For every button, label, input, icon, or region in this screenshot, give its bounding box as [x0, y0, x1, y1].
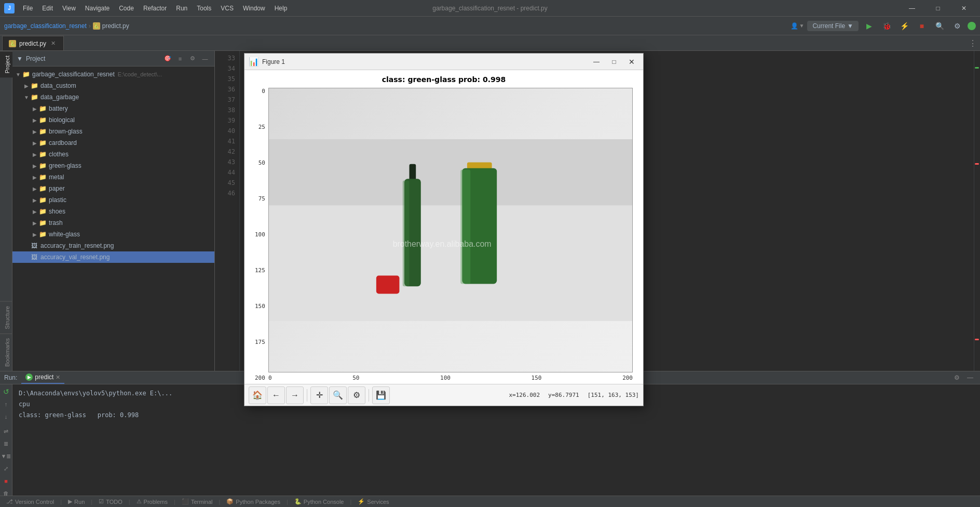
- settings-button[interactable]: ⚙: [950, 19, 964, 33]
- status-run[interactable]: ▶ Run: [66, 498, 87, 505]
- menu-code[interactable]: Code: [115, 3, 138, 14]
- tree-green-glass[interactable]: ▶ 📁 green-glass: [12, 160, 214, 171]
- figure-minimize-btn[interactable]: —: [589, 56, 604, 68]
- x-label-50: 50: [352, 375, 359, 381]
- vtab-project[interactable]: Project: [0, 51, 12, 77]
- figure-maximize-btn[interactable]: □: [607, 56, 621, 68]
- debug-button[interactable]: 🐞: [879, 19, 894, 33]
- menu-window[interactable]: Window: [239, 3, 269, 14]
- y-label-100: 100: [255, 231, 265, 238]
- tree-biological[interactable]: ▶ 📁 biological: [12, 114, 214, 126]
- tree-plastic[interactable]: ▶ 📁 plastic: [12, 194, 214, 206]
- metal-expander: ▶: [31, 175, 38, 180]
- run-open-btn[interactable]: ⤢: [1, 463, 11, 474]
- tree-root[interactable]: ▼ 📁 garbage_classification_resnet E:\cod…: [12, 69, 214, 80]
- tree-paper[interactable]: ▶ 📁 paper: [12, 183, 214, 194]
- tree-white-glass[interactable]: ▶ 📁 white-glass: [12, 229, 214, 240]
- search-button[interactable]: 🔍: [932, 19, 947, 33]
- status-python-packages[interactable]: 📦 Python Packages: [224, 498, 282, 505]
- user-icon[interactable]: 👤 ▼: [791, 22, 805, 30]
- biological-expander: ▶: [31, 117, 38, 123]
- figure-back-btn[interactable]: ←: [267, 386, 285, 404]
- line-42: 42: [215, 146, 235, 157]
- menu-view[interactable]: View: [58, 3, 80, 14]
- project-hide-btn[interactable]: —: [200, 54, 210, 64]
- tree-metal[interactable]: ▶ 📁 metal: [12, 171, 214, 183]
- tree-shoes[interactable]: ▶ 📁 shoes: [12, 206, 214, 217]
- title-bar: J File Edit View Navigate Code Refactor …: [0, 0, 980, 17]
- breadcrumb-project[interactable]: garbage_classification_resnet: [4, 22, 87, 30]
- todo-icon: ☑: [99, 498, 104, 505]
- tree-data-custom[interactable]: ▶ 📁 data_custom: [12, 80, 214, 91]
- line-39: 39: [215, 115, 235, 126]
- project-locate-btn[interactable]: 🎯: [162, 54, 173, 64]
- run-wrap-btn[interactable]: ⇌: [1, 426, 11, 436]
- status-services[interactable]: ⚡ Services: [356, 498, 391, 505]
- tree-cardboard[interactable]: ▶ 📁 cardboard: [12, 137, 214, 149]
- tab-more-button[interactable]: ⋮: [965, 36, 980, 50]
- tab-predict-py[interactable]: 🐍 predict.py ✕: [2, 36, 64, 50]
- figure-close-btn[interactable]: ✕: [624, 56, 639, 68]
- minimize-button[interactable]: —: [900, 0, 924, 17]
- project-settings-btn[interactable]: ⚙: [187, 54, 198, 64]
- menu-refactor[interactable]: Refactor: [139, 3, 171, 14]
- run-green-button[interactable]: ▶: [862, 19, 876, 33]
- project-collapse-btn[interactable]: ≡: [175, 54, 185, 64]
- tab-close-button[interactable]: ✕: [49, 39, 57, 47]
- vtab-structure[interactable]: Structure: [0, 301, 12, 333]
- menu-file[interactable]: File: [19, 3, 37, 14]
- vtab-bookmarks[interactable]: Bookmarks: [0, 333, 12, 371]
- root-path: E:\code_detect\...: [118, 71, 162, 77]
- run-scroll-up[interactable]: ↑: [1, 399, 11, 409]
- status-python-console[interactable]: 🐍 Python Console: [292, 498, 346, 505]
- run-panel-pin[interactable]: —: [964, 372, 976, 383]
- run-restart-btn[interactable]: ↺: [1, 386, 11, 397]
- run-stop-btn[interactable]: ■: [1, 476, 11, 486]
- run-scroll-down[interactable]: ↓: [1, 411, 11, 422]
- project-dropdown-btn[interactable]: Project: [26, 55, 45, 62]
- right-gutter: [974, 51, 980, 371]
- tree-brown-glass[interactable]: ▶ 📁 brown-glass: [12, 126, 214, 137]
- maximize-button[interactable]: □: [926, 0, 950, 17]
- figure-zoom-btn[interactable]: 🔍: [329, 386, 347, 404]
- current-file-dropdown[interactable]: Current File ▼: [807, 21, 859, 31]
- status-problems[interactable]: ⚠ Problems: [134, 498, 170, 505]
- menu-help[interactable]: Help: [270, 3, 292, 14]
- menu-navigate[interactable]: Navigate: [81, 3, 114, 14]
- tree-battery[interactable]: ▶ 📁 battery: [12, 103, 214, 114]
- svg-rect-4: [403, 181, 410, 287]
- menu-run[interactable]: Run: [172, 3, 192, 14]
- tree-clothes[interactable]: ▶ 📁 clothes: [12, 149, 214, 160]
- figure-pan-btn[interactable]: ✛: [310, 386, 328, 404]
- figure-config-btn[interactable]: ⚙: [348, 386, 365, 404]
- figure-forward-btn[interactable]: →: [286, 386, 304, 404]
- root-folder-icon: 📁: [22, 70, 30, 78]
- shoes-expander: ▶: [31, 209, 38, 215]
- figure-titlebar: 📊 Figure 1 — □ ✕: [244, 54, 643, 70]
- run-filter-btn[interactable]: ▼≣: [1, 451, 11, 461]
- run-tab-predict[interactable]: ▶ predict ✕: [21, 371, 64, 384]
- tree-trash[interactable]: ▶ 📁 trash: [12, 217, 214, 229]
- figure-save-btn[interactable]: 💾: [372, 386, 390, 404]
- figure-home-btn[interactable]: 🏠: [249, 386, 266, 404]
- root-expander: ▼: [15, 72, 22, 77]
- run-tab-close[interactable]: ✕: [56, 374, 60, 381]
- tree-accuracy-val[interactable]: ▶ 🖼 accuracy_val_resnet.png: [12, 251, 214, 263]
- svg-rect-1: [269, 205, 632, 321]
- run-with-coverage-button[interactable]: ⚡: [897, 19, 911, 33]
- menu-edit[interactable]: Edit: [38, 3, 57, 14]
- figure-x-axis: 0 50 100 150 200: [268, 372, 633, 381]
- close-button[interactable]: ✕: [952, 0, 976, 17]
- menu-vcs[interactable]: VCS: [216, 3, 238, 14]
- status-todo[interactable]: ☑ TODO: [97, 498, 125, 505]
- tree-accuracy-train[interactable]: ▶ 🖼 accuracy_train_resnet.png: [12, 240, 214, 251]
- run-tree-btn[interactable]: ≣: [1, 438, 11, 449]
- stop-button[interactable]: ■: [915, 19, 929, 33]
- status-version-control[interactable]: ⎇ Version Control: [4, 498, 56, 505]
- line-44: 44: [215, 167, 235, 178]
- status-terminal[interactable]: ⬛ Terminal: [180, 498, 215, 505]
- tree-data-garbage[interactable]: ▼ 📁 data_garbage: [12, 91, 214, 103]
- run-status-icon: ▶: [68, 498, 72, 505]
- run-panel-settings[interactable]: ⚙: [951, 372, 962, 383]
- menu-tools[interactable]: Tools: [193, 3, 215, 14]
